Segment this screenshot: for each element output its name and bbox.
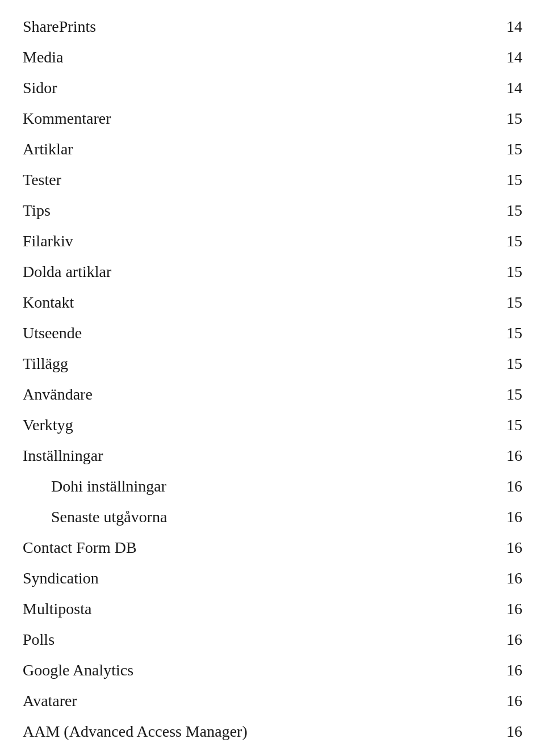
toc-number: 16	[488, 536, 522, 560]
toc-item: Dolda artiklar15	[23, 257, 522, 287]
toc-number: 16	[488, 597, 522, 621]
toc-label: Contact Form DB	[23, 536, 488, 560]
toc-label: Tillägg	[23, 352, 488, 376]
toc-label: Dolda artiklar	[23, 260, 488, 284]
toc-item: Contact Form DB16	[23, 532, 522, 563]
toc-label: Tips	[23, 199, 488, 222]
toc-number: 16	[488, 444, 522, 468]
toc-item: Användare15	[23, 379, 522, 410]
toc-item: Inställningar16	[23, 440, 522, 471]
toc-number: 15	[488, 168, 522, 192]
toc-item: Avatarer16	[23, 686, 522, 716]
toc-number: 14	[488, 15, 522, 39]
toc-number: 15	[488, 413, 522, 437]
toc-item: Tester15	[23, 165, 522, 195]
toc-item: Verktyg15	[23, 410, 522, 440]
toc-number: 16	[488, 689, 522, 713]
toc-number: 16	[488, 720, 522, 744]
toc-label: Multiposta	[23, 597, 488, 621]
toc-label: Senaste utgåvorna	[51, 505, 488, 529]
toc-label: Sidor	[23, 76, 488, 100]
toc-label: Filarkiv	[23, 229, 488, 253]
toc-item: Utseende15	[23, 318, 522, 348]
toc-number: 15	[488, 321, 522, 345]
toc-label: Google Analytics	[23, 658, 488, 682]
toc-number: 16	[488, 628, 522, 652]
toc-label: Kommentarer	[23, 107, 488, 131]
toc-label: Användare	[23, 383, 488, 406]
toc-item: Tillägg15	[23, 348, 522, 379]
toc-label: Inställningar	[23, 444, 488, 468]
toc-number: 16	[488, 566, 522, 590]
toc-item: Media14	[23, 42, 522, 73]
toc-label: Verktyg	[23, 413, 488, 437]
toc-number: 15	[488, 260, 522, 284]
toc-label: Polls	[23, 628, 488, 652]
toc-item: Dohi inställningar16	[23, 471, 522, 502]
toc-number: 15	[488, 383, 522, 406]
toc-number: 14	[488, 45, 522, 69]
toc-label: SharePrints	[23, 15, 488, 39]
toc-label: Tester	[23, 168, 488, 192]
toc-label: Artiklar	[23, 137, 488, 161]
toc-item: Multiposta16	[23, 594, 522, 624]
toc-item: Tips15	[23, 195, 522, 226]
toc-number: 15	[488, 137, 522, 161]
toc-item: SharePrints14	[23, 11, 522, 42]
toc-number: 15	[488, 107, 522, 131]
toc-item: Artiklar15	[23, 134, 522, 165]
toc-label: Kontakt	[23, 291, 488, 314]
toc-label: Dohi inställningar	[51, 474, 488, 498]
toc-item: Polls16	[23, 624, 522, 655]
toc-label: Syndication	[23, 566, 488, 590]
table-of-contents: SharePrints14Media14Sidor14Kommentarer15…	[23, 11, 522, 747]
toc-label: Avatarer	[23, 689, 488, 713]
toc-item: Kontakt15	[23, 287, 522, 318]
toc-number: 15	[488, 352, 522, 376]
toc-item: Filarkiv15	[23, 226, 522, 257]
toc-number: 15	[488, 199, 522, 222]
toc-item: AAM (Advanced Access Manager)16	[23, 716, 522, 747]
toc-item: Sidor14	[23, 73, 522, 103]
toc-number: 14	[488, 76, 522, 100]
toc-label: Media	[23, 45, 488, 69]
toc-item: Syndication16	[23, 563, 522, 594]
toc-number: 16	[488, 505, 522, 529]
toc-number: 16	[488, 658, 522, 682]
toc-number: 15	[488, 291, 522, 314]
toc-item: Senaste utgåvorna16	[23, 502, 522, 532]
toc-label: AAM (Advanced Access Manager)	[23, 720, 488, 744]
toc-label: Utseende	[23, 321, 488, 345]
toc-item: Kommentarer15	[23, 103, 522, 134]
toc-item: Google Analytics16	[23, 655, 522, 686]
toc-number: 16	[488, 474, 522, 498]
toc-number: 15	[488, 229, 522, 253]
